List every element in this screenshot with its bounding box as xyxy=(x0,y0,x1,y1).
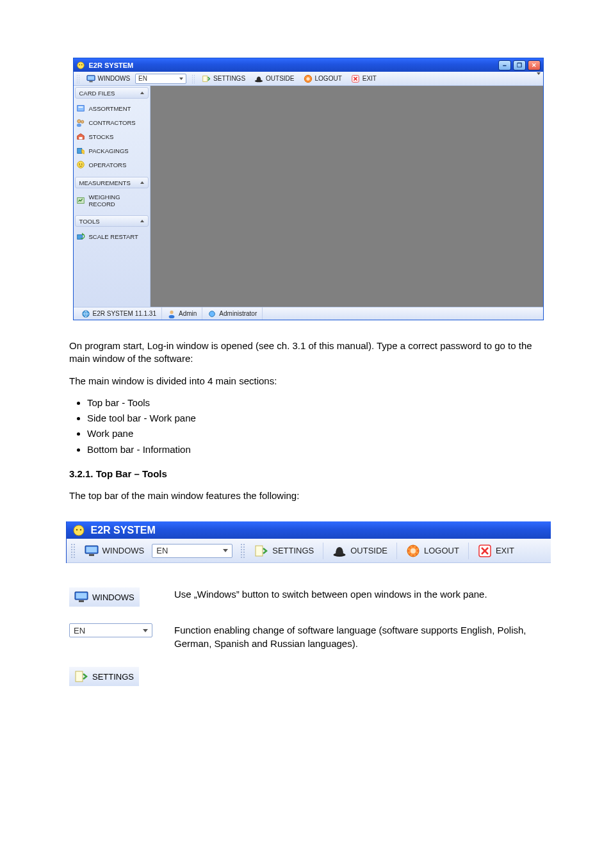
svg-rect-5 xyxy=(89,81,92,82)
packagings-icon xyxy=(76,146,85,155)
sidebar-item-scale-restart[interactable]: SCALE RESTART xyxy=(75,229,149,243)
settings-icon xyxy=(74,669,88,684)
item-label: STOCKS xyxy=(89,133,114,140)
svg-rect-17 xyxy=(77,149,81,154)
role-text: Administrator xyxy=(219,310,257,317)
list-item: Bottom bar - Information xyxy=(87,443,547,456)
windows-button[interactable]: WINDOWS xyxy=(83,74,134,84)
window-controls: ‒ ❐ ✕ xyxy=(498,60,541,70)
outside-label: OUTSIDE xyxy=(350,546,387,555)
sidebar-item-assortment[interactable]: ASSORTMENT xyxy=(75,101,149,115)
item-label: ASSORTMENT xyxy=(89,105,131,112)
svg-point-29 xyxy=(79,528,81,530)
item-label: OPERATORS xyxy=(89,161,127,168)
monitor-icon xyxy=(85,544,99,558)
svg-point-20 xyxy=(81,163,82,165)
globe-icon xyxy=(81,309,90,318)
logout-button[interactable]: LOGOUT xyxy=(300,74,346,84)
status-version: E2R SYSTEM 11.1.31 xyxy=(76,307,163,320)
svg-point-19 xyxy=(79,163,80,165)
doc-parts-list: Top bar - Tools Side tool bar - Work pan… xyxy=(87,397,547,456)
close-button[interactable]: ✕ xyxy=(528,60,541,70)
user-icon xyxy=(167,309,176,318)
work-pane xyxy=(151,86,543,307)
desc-row-settings: SETTINGS xyxy=(69,667,547,686)
sidebar-item-stocks[interactable]: STOCKS xyxy=(75,129,149,143)
hat-icon xyxy=(254,74,263,83)
settings-box-label: SETTINGS xyxy=(92,672,134,682)
doc-intro: On program start, Log-in window is opene… xyxy=(69,340,547,366)
list-item: Work pane xyxy=(87,427,547,440)
exit-button[interactable]: EXIT xyxy=(347,74,380,84)
sidebar-item-contractors[interactable]: CONTRACTORS xyxy=(75,115,149,129)
item-label: SCALE RESTART xyxy=(89,233,138,240)
svg-point-28 xyxy=(76,528,77,530)
exit-label: EXIT xyxy=(363,75,377,82)
language-value: EN xyxy=(156,546,168,555)
windows-box-label: WINDOWS xyxy=(92,593,134,602)
hat-icon xyxy=(332,544,346,558)
sidebar-item-packagings[interactable]: PACKAGINGS xyxy=(75,143,149,158)
svg-rect-31 xyxy=(86,546,97,552)
language-select[interactable]: EN xyxy=(135,74,186,84)
logout-button[interactable]: LOGOUT xyxy=(401,543,464,559)
settings-iconbox: SETTINGS xyxy=(69,667,139,686)
maximize-button[interactable]: ❐ xyxy=(513,60,526,70)
exit-button[interactable]: EXIT xyxy=(473,543,519,559)
svg-point-15 xyxy=(81,120,83,123)
overflow-icon[interactable] xyxy=(537,72,541,83)
app-icon xyxy=(76,61,85,70)
exit-icon xyxy=(478,544,492,558)
minimize-button[interactable]: ‒ xyxy=(498,60,511,70)
sidebar: CARD FILES ASSORTMENT CONTRACTORS STOCKS xyxy=(74,86,151,307)
section-text: The top bar of the main window features … xyxy=(69,489,547,502)
windows-button[interactable]: WINDOWS xyxy=(79,543,150,559)
toolbar-gripper-2 xyxy=(240,543,245,559)
toolbar-zoom: E2R SYSTEM WINDOWS EN SETTINGS xyxy=(66,521,551,563)
language-select[interactable]: EN xyxy=(152,544,232,558)
language-desc: Function enabling change of software lan… xyxy=(174,623,547,650)
chevron-down-icon xyxy=(143,629,148,632)
svg-rect-6 xyxy=(203,76,208,81)
sidebar-group-tools[interactable]: TOOLS xyxy=(75,215,149,227)
sidebar-item-operators[interactable]: OPERATORS xyxy=(75,158,149,172)
outside-button[interactable]: OUTSIDE xyxy=(327,543,393,559)
svg-rect-32 xyxy=(89,554,94,556)
outside-button[interactable]: OUTSIDE xyxy=(250,74,298,84)
settings-icon xyxy=(254,544,268,558)
settings-button[interactable]: SETTINGS xyxy=(198,74,249,84)
svg-point-14 xyxy=(76,124,81,127)
user-text: Admin xyxy=(179,310,197,317)
svg-point-0 xyxy=(77,61,84,69)
svg-point-27 xyxy=(74,525,84,536)
language-iconbox: EN xyxy=(69,623,152,637)
item-label: CONTRACTORS xyxy=(89,119,136,126)
logout-label: LOGOUT xyxy=(315,75,342,82)
monitor-icon xyxy=(74,590,88,604)
list-item: Side tool bar - Work pane xyxy=(87,412,547,425)
svg-point-1 xyxy=(79,64,80,65)
sidebar-item-weighing-record[interactable]: WEIGHING RECORD xyxy=(75,191,149,210)
settings-icon xyxy=(202,74,211,83)
separator xyxy=(396,543,397,559)
section-heading: 3.2.1. Top Bar – Tools xyxy=(69,468,547,480)
logout-icon xyxy=(406,544,420,558)
svg-rect-4 xyxy=(87,76,94,79)
separator xyxy=(323,543,323,559)
settings-button[interactable]: SETTINGS xyxy=(249,543,319,559)
chevron-down-icon xyxy=(179,78,183,80)
settings-label: SETTINGS xyxy=(272,546,314,555)
svg-rect-33 xyxy=(256,546,263,556)
lang-box-value: EN xyxy=(74,626,85,635)
statusbar: E2R SYSTEM 11.1.31 Admin Administrator xyxy=(74,307,543,320)
svg-rect-16 xyxy=(79,137,82,140)
group-label: MEASUREMENTS xyxy=(79,179,131,186)
outside-label: OUTSIDE xyxy=(266,75,294,82)
separator xyxy=(468,543,469,559)
svg-point-25 xyxy=(169,315,175,318)
zoom-title: E2R SYSTEM xyxy=(91,525,156,536)
sidebar-group-cardfiles[interactable]: CARD FILES xyxy=(75,87,149,99)
monitor-icon xyxy=(86,74,95,83)
svg-point-24 xyxy=(170,310,173,313)
sidebar-group-measurements[interactable]: MEASUREMENTS xyxy=(75,177,149,188)
